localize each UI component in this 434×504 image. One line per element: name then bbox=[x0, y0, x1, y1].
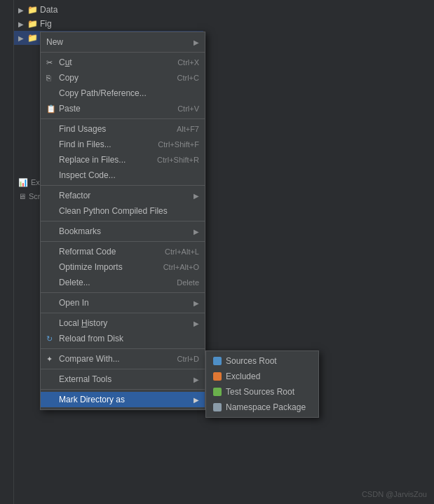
paste-icon: 📋 bbox=[46, 104, 56, 114]
menu-label-replace-in-files: Replace in Files... bbox=[59, 155, 126, 165]
menu-separator bbox=[41, 52, 205, 53]
menu-item-delete[interactable]: Delete... Delete bbox=[41, 275, 205, 290]
menu-item-refactor[interactable]: Refactor ▶ bbox=[41, 188, 205, 203]
submenu-arrow: ▶ bbox=[194, 376, 199, 383]
menu-item-compare-with[interactable]: ✦ Compare With... Ctrl+D bbox=[41, 351, 205, 367]
compare-shortcut: Ctrl+D bbox=[177, 355, 199, 363]
menu-label-optimize-imports: Optimize Imports bbox=[59, 262, 123, 272]
menu-separator bbox=[41, 292, 205, 293]
folder-icon: 📁 bbox=[27, 5, 38, 15]
menu-label-cut: ✂ Cut bbox=[46, 57, 72, 67]
folder-icon: 📁 bbox=[27, 33, 38, 43]
menu-item-reformat-code[interactable]: Reformat Code Ctrl+Alt+L bbox=[41, 244, 205, 259]
menu-label-inspect-code: Inspect Code... bbox=[59, 170, 116, 180]
copy-icon: ⎘ bbox=[46, 74, 56, 82]
menu-item-mark-directory[interactable]: Mark Directory as ▶ bbox=[41, 392, 205, 407]
menu-item-clean-python[interactable]: Clean Python Compiled Files bbox=[41, 203, 205, 219]
menu-label-copy: ⎘ Copy bbox=[46, 73, 79, 83]
menu-item-find-in-files[interactable]: Find in Files... Ctrl+Shift+F bbox=[41, 137, 205, 152]
menu-label-find-in-files: Find in Files... bbox=[59, 139, 111, 149]
menu-label-reformat-code: Reformat Code bbox=[59, 247, 116, 257]
menu-label-delete: Delete... bbox=[59, 278, 90, 287]
submenu-arrow: ▶ bbox=[194, 192, 199, 200]
tree-data-row[interactable]: ▶ 📁 Data bbox=[14, 3, 203, 17]
watermark: CSDN @JarvisZou bbox=[362, 490, 427, 498]
namespace-color bbox=[213, 403, 222, 411]
tree-item-label: Data bbox=[40, 5, 57, 15]
menu-item-copy[interactable]: ⎘ Copy Ctrl+C bbox=[41, 70, 205, 86]
submenu-label-sources-root: Sources Root bbox=[226, 356, 277, 366]
compare-icon: ✦ bbox=[46, 355, 56, 364]
menu-label-mark-directory: Mark Directory as bbox=[59, 395, 125, 404]
terminal-icon: 🖥 bbox=[18, 192, 26, 200]
menu-label-paste: 📋 Paste bbox=[46, 104, 81, 114]
menu-separator bbox=[41, 221, 205, 222]
submenu-item-sources-root[interactable]: Sources Root bbox=[206, 353, 318, 369]
menu-label-new: New bbox=[46, 37, 63, 47]
reformat-shortcut: Ctrl+Alt+L bbox=[165, 247, 199, 256]
menu-label-refactor: Refactor bbox=[59, 191, 90, 200]
tree-item-label: Fig bbox=[40, 19, 52, 29]
submenu-item-test-sources-root[interactable]: Test Sources Root bbox=[206, 384, 318, 400]
menu-label-open-in: Open In bbox=[59, 298, 89, 308]
reload-icon: ↻ bbox=[46, 334, 56, 343]
find-in-files-shortcut: Ctrl+Shift+F bbox=[158, 140, 199, 149]
menu-separator bbox=[41, 241, 205, 242]
context-menu: New ▶ ✂ Cut Ctrl+X ⎘ Copy Ctrl+C Copy Pa… bbox=[40, 32, 205, 410]
excluded-color bbox=[213, 372, 222, 381]
menu-separator bbox=[41, 313, 205, 313]
submenu-label-excluded: Excluded bbox=[226, 372, 260, 381]
menu-item-external-tools[interactable]: External Tools ▶ bbox=[41, 372, 205, 387]
menu-label-find-usages: Find Usages bbox=[59, 124, 106, 134]
submenu-item-namespace-package[interactable]: Namespace Package bbox=[206, 400, 318, 415]
menu-label-local-history: Local History bbox=[59, 318, 107, 328]
menu-label-copy-path: Copy Path/Reference... bbox=[59, 88, 147, 98]
menu-item-optimize-imports[interactable]: Optimize Imports Ctrl+Alt+O bbox=[41, 259, 205, 275]
sources-root-color bbox=[213, 357, 222, 365]
menu-label-reload-from-disk: ↻ Reload from Disk bbox=[46, 334, 123, 343]
test-sources-color bbox=[213, 388, 222, 396]
submenu-label-test-sources-root: Test Sources Root bbox=[226, 387, 294, 397]
submenu-arrow: ▶ bbox=[194, 320, 199, 327]
paste-shortcut: Ctrl+V bbox=[177, 104, 199, 113]
chart-icon: 📊 bbox=[18, 178, 28, 187]
menu-item-replace-in-files[interactable]: Replace in Files... Ctrl+Shift+R bbox=[41, 152, 205, 168]
menu-item-cut[interactable]: ✂ Cut Ctrl+X bbox=[41, 55, 205, 70]
menu-item-new[interactable]: New ▶ bbox=[41, 34, 205, 50]
menu-label-bookmarks: Bookmarks bbox=[59, 226, 101, 236]
menu-item-inspect-code[interactable]: Inspect Code... bbox=[41, 168, 205, 183]
menu-item-find-usages[interactable]: Find Usages Alt+F7 bbox=[41, 121, 205, 137]
menu-separator bbox=[41, 348, 205, 349]
menu-item-paste[interactable]: 📋 Paste Ctrl+V bbox=[41, 101, 205, 116]
menu-separator bbox=[41, 389, 205, 390]
tree-item-label: Scr bbox=[29, 192, 41, 200]
optimize-shortcut: Ctrl+Alt+O bbox=[163, 263, 199, 271]
menu-label-clean-python: Clean Python Compiled Files bbox=[59, 206, 168, 216]
menu-label-external-tools: External Tools bbox=[59, 374, 111, 384]
replace-shortcut: Ctrl+Shift+R bbox=[157, 156, 199, 164]
submenu-mark-directory: Sources Root Excluded Test Sources Root … bbox=[205, 350, 319, 418]
folder-icon: 📁 bbox=[27, 19, 38, 29]
menu-separator bbox=[41, 369, 205, 369]
submenu-item-excluded[interactable]: Excluded bbox=[206, 369, 318, 384]
delete-shortcut: Delete bbox=[177, 278, 199, 287]
menu-item-bookmarks[interactable]: Bookmarks ▶ bbox=[41, 224, 205, 239]
cut-icon: ✂ bbox=[46, 58, 56, 67]
submenu-arrow: ▶ bbox=[194, 299, 199, 307]
menu-item-copy-path[interactable]: Copy Path/Reference... bbox=[41, 86, 205, 101]
find-usages-shortcut: Alt+F7 bbox=[177, 125, 199, 133]
menu-item-open-in[interactable]: Open In ▶ bbox=[41, 295, 205, 311]
tree-fig-row[interactable]: ▶ 📁 Fig bbox=[14, 17, 203, 31]
copy-shortcut: Ctrl+C bbox=[177, 74, 199, 82]
menu-item-local-history[interactable]: Local History ▶ bbox=[41, 315, 205, 331]
submenu-label-namespace-package: Namespace Package bbox=[226, 402, 306, 412]
submenu-arrow: ▶ bbox=[194, 39, 199, 46]
submenu-arrow: ▶ bbox=[194, 396, 199, 404]
menu-separator bbox=[41, 185, 205, 186]
submenu-arrow: ▶ bbox=[194, 228, 199, 236]
menu-separator bbox=[41, 118, 205, 119]
menu-label-compare-with: ✦ Compare With... bbox=[46, 354, 120, 364]
cut-shortcut: Ctrl+X bbox=[177, 58, 199, 67]
menu-item-reload-from-disk[interactable]: ↻ Reload from Disk bbox=[41, 331, 205, 346]
